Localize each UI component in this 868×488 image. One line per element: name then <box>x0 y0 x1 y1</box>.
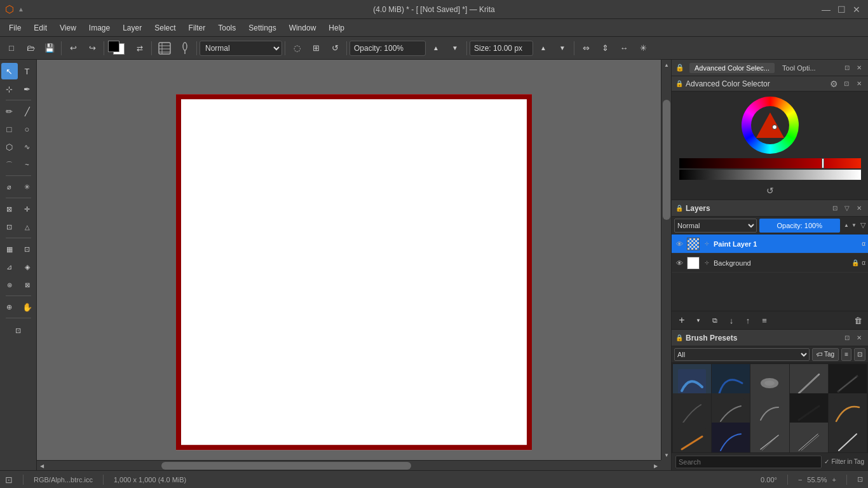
size-down-button[interactable]: ▼ <box>553 39 571 57</box>
color-cursor[interactable] <box>772 125 777 130</box>
blending-mode-select[interactable]: Normal <box>200 41 282 56</box>
color-triangle[interactable] <box>756 112 784 138</box>
brush-preset-item[interactable] <box>673 423 711 452</box>
close2-icon[interactable]: ✕ <box>854 79 864 89</box>
background-layer-row[interactable]: 👁 ⊹ Background 🔒 α <box>672 254 868 273</box>
move-button[interactable]: ✛ <box>19 201 36 217</box>
pan-button[interactable]: ✋ <box>19 299 36 315</box>
polygon-tool-button[interactable]: ⬡ <box>1 139 18 155</box>
multibrush-tool-button[interactable]: ✳ <box>19 179 36 195</box>
layers-opacity-down-button[interactable]: ▼ <box>850 219 858 233</box>
float2-icon[interactable]: ⊡ <box>841 79 851 89</box>
brush-presets-button[interactable] <box>154 39 175 57</box>
statusbar-expand-button[interactable]: ⊡ <box>857 475 863 484</box>
eraser-button[interactable]: ◌ <box>288 39 306 57</box>
color-wheel[interactable] <box>742 97 799 154</box>
menu-item-help[interactable]: Help <box>322 21 351 35</box>
background-layer-alpha-icon[interactable]: α <box>862 259 865 266</box>
tag-button[interactable]: 🏷 Tag <box>812 348 839 361</box>
open-button[interactable]: 🗁 <box>22 39 39 57</box>
scroll-left-button[interactable]: ◀ <box>37 461 47 470</box>
gradient-bar-2[interactable] <box>679 170 861 180</box>
bezier-tool-button[interactable]: ⌒ <box>1 156 18 173</box>
value-gradient[interactable] <box>679 170 861 180</box>
brush-presets-close-icon[interactable]: ✕ <box>854 333 864 343</box>
color-settings-icon[interactable]: ⚙ <box>829 79 839 89</box>
measure-button[interactable]: △ <box>19 219 36 235</box>
menu-item-settings[interactable]: Settings <box>242 21 282 35</box>
gradient-button[interactable]: ▦ <box>1 241 18 257</box>
move-layer-down-button[interactable]: ↓ <box>724 313 739 328</box>
rectangle-tool-button[interactable]: □ <box>1 121 18 137</box>
scroll-down-button[interactable]: ▼ <box>661 450 671 460</box>
minimize-button[interactable]: — <box>820 3 832 16</box>
zoom-button[interactable]: ⊕ <box>1 299 18 315</box>
layers-filter-button[interactable]: ▽ <box>860 221 865 229</box>
zoom-in-button[interactable]: + <box>832 476 836 484</box>
menu-item-file[interactable]: File <box>3 21 27 35</box>
layers-float-icon[interactable]: ⊡ <box>830 203 840 214</box>
canvas-area[interactable]: ▲ ▼ ◀ ▶ <box>37 60 671 470</box>
scroll-right-button[interactable]: ▶ <box>651 461 661 470</box>
scroll-thumb-horizontal[interactable] <box>161 462 411 470</box>
tool-options-tab[interactable]: Tool Opti... <box>777 63 821 73</box>
scroll-up-button[interactable]: ▲ <box>661 60 671 70</box>
maximize-button[interactable]: ☐ <box>835 3 848 16</box>
pattern-fill-button[interactable]: ⊠ <box>19 276 36 293</box>
close-color-selector-icon[interactable]: ✕ <box>854 63 864 73</box>
add-layer-button[interactable]: + <box>674 313 689 328</box>
brush-preset-item[interactable] <box>790 423 828 452</box>
layer-properties-button[interactable]: ≡ <box>757 313 772 328</box>
layers-filter-icon[interactable]: ▽ <box>842 203 852 214</box>
smart-patch-button[interactable]: ⊡ <box>19 241 36 257</box>
delete-layer-button[interactable]: 🗑 <box>850 313 865 328</box>
mirror-v-button[interactable]: ⇕ <box>596 39 614 57</box>
brush-preset-item[interactable] <box>829 423 867 452</box>
float-icon[interactable]: ⊡ <box>842 63 852 73</box>
brush-options-button[interactable]: ⊡ <box>854 348 865 361</box>
brush-presets-float-icon[interactable]: ⊡ <box>842 333 852 343</box>
add-layer-dropdown[interactable]: ▼ <box>691 313 706 328</box>
reset-colors-button[interactable]: ⇄ <box>131 39 149 57</box>
paint-layer-row[interactable]: 👁 ⊹ Paint Layer 1 α <box>672 234 868 254</box>
menu-item-tools[interactable]: Tools <box>212 21 242 35</box>
shape-select-button[interactable]: ⊹ <box>1 81 18 97</box>
horizontal-scrollbar[interactable]: ◀ ▶ <box>37 460 661 470</box>
crop-button[interactable]: ⊡ <box>1 219 18 235</box>
enclose-fill-button[interactable]: ⊛ <box>1 276 18 293</box>
foreground-color-box[interactable] <box>108 41 119 52</box>
layers-opacity-bar[interactable]: Opacity: 100% <box>759 219 841 233</box>
select-tool-button[interactable]: ↖ <box>1 63 18 79</box>
opacity-up-button[interactable]: ▲ <box>427 39 445 57</box>
freehand-tool-button[interactable]: ∿ <box>19 139 36 155</box>
layers-close-icon[interactable]: ✕ <box>854 203 864 214</box>
canvas-options-button[interactable]: ⊡ <box>10 322 27 339</box>
save-button[interactable]: 💾 <box>41 39 58 57</box>
opacity-down-button[interactable]: ▼ <box>446 39 464 57</box>
move-layer-up-button[interactable]: ↑ <box>740 313 756 328</box>
mirror-h-button[interactable]: ⇔ <box>577 39 595 57</box>
brush-settings-button[interactable] <box>176 39 194 57</box>
menu-item-image[interactable]: Image <box>83 21 116 35</box>
brush-preset-item[interactable] <box>712 423 750 452</box>
paint-layer-alpha-lock[interactable]: α <box>862 240 865 247</box>
color-wheel-area[interactable] <box>672 92 868 156</box>
new-document-button[interactable]: □ <box>3 39 20 57</box>
line-tool-button[interactable]: ╱ <box>19 103 36 119</box>
layers-opacity-up-button[interactable]: ▲ <box>843 219 850 233</box>
hue-gradient[interactable] <box>679 158 861 168</box>
menu-item-filter[interactable]: Filter <box>182 21 212 35</box>
brush-category-select[interactable]: All <box>674 348 810 361</box>
size-up-button[interactable]: ▲ <box>534 39 552 57</box>
copy-layer-button[interactable]: ⧉ <box>707 313 722 328</box>
calligraphy-button[interactable]: ✒ <box>19 81 36 97</box>
advanced-color-selector-tab[interactable]: Advanced Color Selec... <box>689 63 775 73</box>
text-tool-button[interactable]: T <box>19 63 36 79</box>
color-refresh-button[interactable]: ↺ <box>764 184 776 197</box>
redo-button[interactable]: ↪ <box>83 39 101 57</box>
menu-item-edit[interactable]: Edit <box>27 21 53 35</box>
background-layer-visibility-toggle[interactable]: 👁 <box>674 258 684 268</box>
filter-in-tag-label[interactable]: ✓ Filter in Tag <box>824 458 864 465</box>
brush-preset-item[interactable] <box>750 423 789 452</box>
color-wheel-inner[interactable] <box>751 106 789 144</box>
